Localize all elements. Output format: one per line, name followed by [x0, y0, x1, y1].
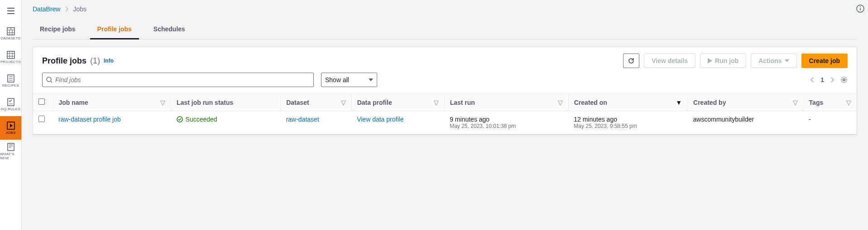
- sort-icon[interactable]: ▽: [793, 99, 798, 106]
- search-input[interactable]: [55, 76, 310, 83]
- hamburger-icon: [7, 8, 14, 14]
- breadcrumb-root[interactable]: DataBrew: [33, 5, 60, 13]
- refresh-button[interactable]: [623, 54, 639, 68]
- prev-page-button[interactable]: [810, 77, 814, 83]
- last-run-relative: 9 minutes ago: [450, 116, 563, 123]
- tabs: Recipe jobs Profile jobs Schedules: [33, 20, 857, 39]
- svg-point-11: [47, 77, 51, 82]
- sort-icon[interactable]: ▽: [846, 99, 851, 106]
- panel-title-text: Profile jobs: [42, 56, 86, 66]
- breadcrumb-current: Jobs: [73, 5, 86, 13]
- svg-rect-3: [8, 98, 14, 106]
- svg-point-13: [843, 79, 845, 81]
- tab-profile-jobs[interactable]: Profile jobs: [90, 20, 139, 39]
- panel-title-count: (1): [90, 56, 100, 66]
- svg-rect-6: [8, 143, 14, 151]
- tags-value: -: [809, 116, 811, 123]
- recipes-icon: [7, 74, 15, 83]
- col-tags[interactable]: Tags: [809, 99, 824, 106]
- sidebar-item-label: PROJECTS: [0, 60, 21, 64]
- svg-point-8: [860, 6, 861, 7]
- sidebar-item-jobs[interactable]: JOBS: [0, 116, 21, 140]
- caret-down-icon: [785, 59, 789, 62]
- datasets-icon: [7, 27, 15, 35]
- tab-recipe-jobs[interactable]: Recipe jobs: [33, 20, 83, 39]
- chevron-right-icon: [830, 77, 834, 83]
- view-profile-link[interactable]: View data profile: [357, 116, 403, 123]
- col-status[interactable]: Last job run status: [177, 99, 233, 106]
- pagination: 1: [810, 76, 848, 83]
- caret-down-icon: [369, 78, 373, 81]
- search-icon: [46, 77, 53, 83]
- svg-marker-10: [785, 59, 789, 62]
- sort-icon[interactable]: ▽: [160, 99, 165, 106]
- sidebar-item-label: DATASETS: [1, 36, 20, 40]
- svg-marker-12: [369, 78, 373, 81]
- info-link[interactable]: Info: [104, 58, 114, 64]
- svg-rect-1: [7, 51, 14, 59]
- sort-icon[interactable]: ▽: [434, 99, 439, 106]
- settings-button[interactable]: [840, 76, 848, 83]
- chevron-left-icon: [810, 77, 814, 83]
- search-input-wrapper[interactable]: [42, 73, 314, 87]
- refresh-icon: [628, 57, 635, 64]
- dataset-link[interactable]: raw-dataset: [286, 116, 319, 123]
- sort-icon-active[interactable]: ▼: [676, 99, 682, 106]
- success-icon: [177, 116, 183, 122]
- actions-button[interactable]: Actions: [751, 54, 796, 68]
- panel-title: Profile jobs (1) Info: [42, 56, 114, 66]
- sidebar-item-label: RECIPES: [2, 83, 19, 88]
- sidebar-item-label: WHAT'S NEW: [0, 152, 21, 160]
- create-job-button[interactable]: Create job: [801, 54, 848, 68]
- jobs-icon: [7, 122, 15, 130]
- created-on-absolute: May 25, 2023, 9:58:55 pm: [574, 123, 682, 129]
- play-icon: [708, 58, 712, 64]
- sidebar-item-projects[interactable]: PROJECTS: [0, 45, 21, 69]
- row-checkbox[interactable]: [38, 116, 45, 122]
- gear-icon: [840, 76, 848, 83]
- sort-icon[interactable]: ▽: [558, 99, 563, 106]
- sort-icon[interactable]: ▽: [341, 99, 346, 106]
- projects-icon: [7, 51, 15, 59]
- job-name-link[interactable]: raw-dataset profile job: [58, 116, 121, 123]
- sidebar-item-label: JOBS: [5, 131, 15, 135]
- svg-marker-9: [708, 58, 712, 64]
- col-profile[interactable]: Data profile: [357, 99, 392, 106]
- tab-schedules[interactable]: Schedules: [146, 20, 192, 39]
- sidebar: DATASETS PROJECTS RECIPES DQ RULES JOBS …: [0, 0, 22, 230]
- jobs-table: Job name ▽ Last job run status Dataset ▽: [33, 93, 857, 134]
- created-by-value: awscommunitybuilder: [693, 116, 754, 123]
- sidebar-item-datasets[interactable]: DATASETS: [0, 22, 21, 45]
- page-number: 1: [820, 76, 824, 83]
- view-details-button[interactable]: View details: [644, 54, 695, 68]
- col-last-run[interactable]: Last run: [450, 99, 475, 106]
- status-badge: Succeeded: [177, 116, 217, 123]
- whatsnew-icon: [7, 143, 15, 151]
- filter-select[interactable]: Show all: [321, 73, 377, 87]
- col-job-name[interactable]: Job name: [59, 99, 88, 106]
- filter-selected-value: Show all: [325, 76, 349, 83]
- created-on-relative: 12 minutes ago: [574, 116, 682, 123]
- dqrules-icon: [7, 98, 15, 106]
- table-row: raw-dataset profile job Succeeded raw-da…: [33, 111, 857, 134]
- chevron-right-icon: [65, 6, 68, 12]
- col-created-on[interactable]: Created on: [574, 99, 607, 106]
- select-all-checkbox[interactable]: [38, 98, 45, 105]
- sidebar-item-label: DQ RULES: [1, 107, 20, 111]
- sidebar-item-whatsnew[interactable]: WHAT'S NEW: [0, 140, 21, 163]
- sidebar-item-dqrules[interactable]: DQ RULES: [0, 93, 21, 116]
- main-content: DataBrew Jobs Recipe jobs Profile jobs S…: [22, 0, 868, 230]
- col-dataset[interactable]: Dataset: [286, 99, 309, 106]
- run-job-button[interactable]: Run job: [700, 54, 746, 68]
- svg-marker-5: [10, 124, 13, 127]
- col-created-by[interactable]: Created by: [693, 99, 726, 106]
- last-run-absolute: May 25, 2023, 10:01:38 pm: [450, 123, 563, 129]
- sidebar-item-recipes[interactable]: RECIPES: [0, 69, 21, 93]
- profile-jobs-panel: Profile jobs (1) Info View details Run j…: [33, 47, 857, 135]
- next-page-button[interactable]: [830, 77, 834, 83]
- info-icon[interactable]: [856, 5, 864, 13]
- hamburger-menu-button[interactable]: [0, 0, 21, 22]
- breadcrumb: DataBrew Jobs: [33, 5, 857, 13]
